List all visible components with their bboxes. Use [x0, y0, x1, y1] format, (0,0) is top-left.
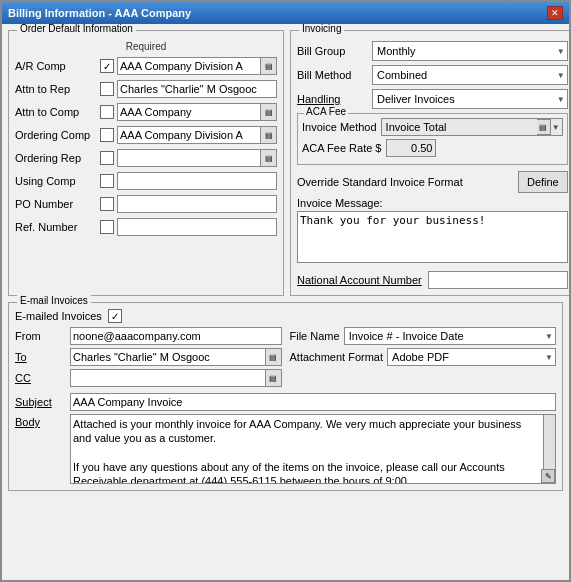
window-title: Billing Information - AAA Company	[8, 7, 191, 19]
using-comp-input-container	[117, 172, 277, 190]
attn-rep-row: Attn to Rep	[15, 79, 277, 99]
cc-btn[interactable]: ▤	[266, 369, 282, 387]
aca-rate-row: ACA Fee Rate $	[302, 139, 563, 157]
ar-comp-row: A/R Comp ▤	[15, 56, 277, 76]
invoice-message-textarea[interactable]: Thank you for your business!	[297, 211, 568, 263]
po-number-checkbox[interactable]	[100, 197, 114, 211]
override-row: Override Standard Invoice Format Define	[297, 171, 568, 193]
attn-comp-btn[interactable]: ▤	[261, 103, 277, 121]
email-fields-container: From To ▤ CC ▤	[15, 327, 556, 390]
ref-number-label: Ref. Number	[15, 221, 100, 233]
using-comp-input[interactable]	[117, 172, 277, 190]
bill-group-label: Bill Group	[297, 45, 372, 57]
ar-comp-btn[interactable]: ▤	[261, 57, 277, 75]
bill-group-dropdown[interactable]: Monthly ▼	[372, 41, 568, 61]
attachment-format-dropdown[interactable]: Adobe PDF ▼	[387, 348, 556, 366]
subject-row: Subject	[15, 393, 556, 411]
ordering-rep-input-container: ▤	[117, 149, 277, 167]
bill-group-value: Monthly	[377, 45, 416, 57]
ordering-rep-input[interactable]	[117, 149, 261, 167]
email-invoices-group: E-mail Invoices E-mailed Invoices From T…	[8, 302, 563, 491]
invoice-message-label: Invoice Message:	[297, 197, 568, 209]
define-button[interactable]: Define	[518, 171, 568, 193]
attachment-format-arrow: ▼	[545, 353, 553, 362]
attn-rep-checkbox[interactable]	[100, 82, 114, 96]
subject-input[interactable]	[70, 393, 556, 411]
ar-comp-input[interactable]	[117, 57, 261, 75]
cc-input-container: ▤	[70, 369, 282, 387]
emailed-invoices-label: E-mailed Invoices	[15, 310, 102, 322]
override-label: Override Standard Invoice Format	[297, 176, 463, 188]
national-account-input[interactable]	[428, 271, 568, 289]
attn-rep-input[interactable]	[117, 80, 277, 98]
attachment-format-label: Attachment Format	[290, 351, 384, 363]
handling-dropdown[interactable]: Deliver Invoices ▼	[372, 89, 568, 109]
to-btn[interactable]: ▤	[266, 348, 282, 366]
to-input[interactable]	[70, 348, 266, 366]
cc-label: CC	[15, 372, 70, 384]
cc-row: CC ▤	[15, 369, 282, 387]
ref-number-input-container	[117, 218, 277, 236]
attn-comp-checkbox[interactable]	[100, 105, 114, 119]
ordering-rep-checkbox[interactable]	[100, 151, 114, 165]
title-controls: ✕	[547, 6, 563, 20]
from-input[interactable]	[70, 327, 282, 345]
email-left-col: From To ▤ CC ▤	[15, 327, 282, 390]
required-label: Required	[15, 41, 277, 52]
body-label: Body	[15, 414, 70, 428]
bill-group-arrow: ▼	[557, 47, 565, 56]
bill-method-dropdown[interactable]: Combined ▼	[372, 65, 568, 85]
using-comp-checkbox[interactable]	[100, 174, 114, 188]
ref-number-checkbox[interactable]	[100, 220, 114, 234]
ref-number-input[interactable]	[117, 218, 277, 236]
handling-label: Handling	[297, 93, 372, 105]
attachment-format-row: Attachment Format Adobe PDF ▼	[290, 348, 557, 366]
body-row: Body Attached is your monthly invoice fo…	[15, 414, 556, 484]
aca-fee-title: ACA Fee	[304, 106, 348, 117]
attn-comp-label: Attn to Comp	[15, 106, 100, 118]
email-invoices-title: E-mail Invoices	[17, 295, 91, 306]
ordering-comp-label: Ordering Comp	[15, 129, 100, 141]
subject-label: Subject	[15, 396, 70, 408]
ordering-comp-input-container: ▤	[117, 126, 277, 144]
file-name-value: Invoice # - Invoice Date	[349, 330, 464, 342]
attachment-format-value: Adobe PDF	[392, 351, 449, 363]
to-input-container: ▤	[70, 348, 282, 366]
file-name-dropdown[interactable]: Invoice # - Invoice Date ▼	[344, 327, 556, 345]
invoice-method-value: Invoice Total	[386, 121, 447, 133]
attn-comp-row: Attn to Comp ▤	[15, 102, 277, 122]
order-defaults-title: Order Default Information	[17, 24, 136, 34]
invoice-method-edit-btn[interactable]: ▤	[537, 119, 551, 135]
cc-input[interactable]	[70, 369, 266, 387]
title-bar: Billing Information - AAA Company ✕	[2, 2, 569, 24]
aca-fee-rate-input[interactable]	[386, 139, 436, 157]
body-text: Attached is your monthly invoice for AAA…	[71, 415, 555, 483]
ordering-rep-row: Ordering Rep ▤	[15, 148, 277, 168]
bill-method-arrow: ▼	[557, 71, 565, 80]
ordering-rep-btn[interactable]: ▤	[261, 149, 277, 167]
ordering-comp-row: Ordering Comp ▤	[15, 125, 277, 145]
emailed-invoices-row: E-mailed Invoices	[15, 309, 556, 323]
email-right-col: File Name Invoice # - Invoice Date ▼ Att…	[290, 327, 557, 390]
emailed-invoices-checkbox[interactable]	[108, 309, 122, 323]
invoice-method-dropdown[interactable]: Invoice Total ▤ ▼	[381, 118, 563, 136]
attn-comp-input[interactable]	[117, 103, 261, 121]
ar-comp-checkbox[interactable]	[100, 59, 114, 73]
bill-method-label: Bill Method	[297, 69, 372, 81]
bill-method-value: Combined	[377, 69, 427, 81]
attn-rep-label: Attn to Rep	[15, 83, 100, 95]
handling-arrow: ▼	[557, 95, 565, 104]
ordering-comp-checkbox[interactable]	[100, 128, 114, 142]
ordering-rep-label: Ordering Rep	[15, 152, 100, 164]
ref-number-row: Ref. Number	[15, 217, 277, 237]
top-section: Order Default Information Required A/R C…	[8, 30, 563, 296]
ordering-comp-btn[interactable]: ▤	[261, 126, 277, 144]
body-edit-icon[interactable]: ✎	[541, 469, 555, 483]
file-name-row: File Name Invoice # - Invoice Date ▼	[290, 327, 557, 345]
from-label: From	[15, 330, 70, 342]
close-button[interactable]: ✕	[547, 6, 563, 20]
ordering-comp-input[interactable]	[117, 126, 261, 144]
file-name-arrow: ▼	[545, 332, 553, 341]
attn-comp-input-container: ▤	[117, 103, 277, 121]
po-number-input[interactable]	[117, 195, 277, 213]
